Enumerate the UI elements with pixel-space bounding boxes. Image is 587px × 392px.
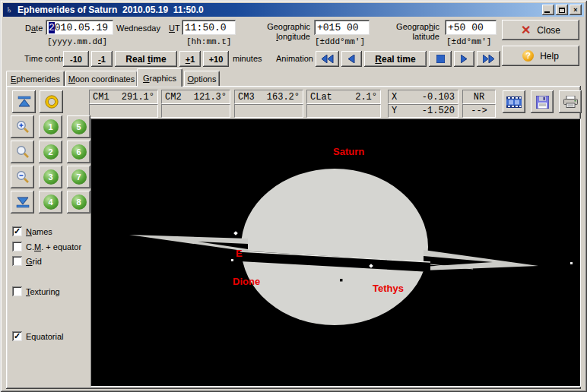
- enceladus-label: E: [236, 248, 243, 259]
- cm-equator-checkbox[interactable]: C.M. + equator: [12, 242, 81, 251]
- floppy-disk-icon: [536, 96, 549, 109]
- zoom-reset-button[interactable]: [11, 141, 34, 163]
- rings-toggle-button[interactable]: [40, 90, 63, 113]
- animation-play-button[interactable]: [454, 51, 474, 67]
- minimize-button[interactable]: [542, 5, 554, 15]
- close-x-icon: ✕: [521, 23, 531, 37]
- texturing-checkbox[interactable]: Texturing: [12, 286, 60, 296]
- moon-button-7[interactable]: 7: [67, 166, 90, 188]
- checkbox-box[interactable]: [12, 286, 22, 296]
- help-button[interactable]: ? Help: [502, 46, 579, 66]
- ut-label: UT: [169, 24, 180, 33]
- saturn-ring-icon: [45, 95, 59, 109]
- maximize-button[interactable]: [556, 5, 568, 15]
- latitude-format-hint: [±dd°mm']: [446, 37, 491, 46]
- zoom-in-button[interactable]: [11, 115, 34, 138]
- longitude-format-hint: [±ddd°mm']: [315, 37, 365, 46]
- print-button[interactable]: [559, 90, 582, 113]
- names-checkbox[interactable]: ✓ Names: [12, 226, 52, 236]
- grid-checkbox[interactable]: Grid: [12, 256, 42, 266]
- saturn-disk: [241, 169, 428, 325]
- dione-label: Dione: [233, 276, 260, 287]
- minutes-label: minutes: [233, 54, 262, 63]
- moon-button-4[interactable]: 4: [39, 191, 62, 213]
- ut-input[interactable]: 11:50.0: [182, 20, 236, 35]
- latitude-input[interactable]: +50 00: [445, 20, 497, 35]
- plus-1-button[interactable]: +1: [179, 51, 201, 67]
- animation-real-time-button[interactable]: Real time: [364, 51, 427, 67]
- animation-fast-forward-button[interactable]: [477, 51, 500, 67]
- tab-ephemerides[interactable]: Ephemerides: [6, 71, 65, 87]
- animation-fast-rewind-button[interactable]: [316, 51, 339, 67]
- checkbox-box[interactable]: [12, 242, 22, 251]
- moon-button-3[interactable]: 3: [39, 166, 62, 188]
- saturn-label: Saturn: [333, 146, 364, 157]
- clat-readout: CLat2.1°: [306, 90, 381, 118]
- time-real-time-button[interactable]: Real time: [115, 51, 177, 67]
- triangle-down-bar-icon: [16, 196, 30, 208]
- checkbox-box[interactable]: [12, 256, 22, 266]
- animation-rewind-button[interactable]: [341, 51, 362, 67]
- date-selection: 2: [49, 22, 55, 33]
- minimize-icon: [544, 11, 550, 13]
- play-icon: [461, 55, 468, 63]
- tethys-label: Tethys: [373, 283, 404, 294]
- equatorial-checkbox[interactable]: ✓ Equatorial: [12, 331, 64, 341]
- latitude-label: Geographiclatitude: [389, 22, 439, 42]
- minus-1-button[interactable]: -1: [91, 51, 113, 67]
- moon-button-1[interactable]: 1: [39, 115, 62, 138]
- checkbox-box[interactable]: ✓: [12, 331, 22, 341]
- fast-rewind-icon: [322, 55, 334, 63]
- tab-moon-coordinates[interactable]: Moon coordinates: [65, 71, 138, 87]
- fast-forward-icon: [483, 55, 495, 63]
- texturing-checkbox-label: Texturing: [26, 287, 60, 296]
- names-checkbox-label: Names: [26, 227, 52, 236]
- minus-10-button[interactable]: -10: [63, 51, 89, 67]
- saturn-view[interactable]: Saturn E Dione Tethys: [90, 119, 581, 387]
- moon-button-5[interactable]: 5: [67, 115, 90, 138]
- moon-dot: [570, 262, 573, 264]
- window-title: Ephemerides of Saturn 2010.05.19 11:50.0: [17, 5, 541, 15]
- close-window-button[interactable]: ×: [570, 5, 582, 15]
- rings-back-button[interactable]: [11, 191, 34, 213]
- moon-dot: [231, 259, 233, 261]
- tab-graphics[interactable]: Graphics: [137, 68, 182, 87]
- animation-label: Animation: [276, 54, 313, 63]
- zoom-out-icon: [16, 170, 30, 184]
- saturn-app-icon: ♄: [5, 5, 17, 15]
- titlebar[interactable]: ♄ Ephemerides of Saturn 2010.05.19 11:50…: [3, 3, 584, 17]
- date-format-hint: [yyyy.mm.dd]: [47, 37, 107, 46]
- cm1-readout: CM1291.1°: [89, 90, 158, 118]
- grid-checkbox-label: Grid: [26, 257, 42, 266]
- checkbox-box[interactable]: ✓: [12, 226, 22, 236]
- moon-button-2[interactable]: 2: [39, 141, 62, 163]
- cm-equator-checkbox-label: C.M. + equator: [26, 242, 81, 251]
- app-window: ♄ Ephemerides of Saturn 2010.05.19 11:50…: [0, 0, 587, 392]
- printer-icon: [563, 96, 578, 108]
- equatorial-checkbox-label: Equatorial: [26, 332, 64, 341]
- maximize-icon: [559, 8, 565, 13]
- rewind-icon: [348, 55, 355, 63]
- save-button[interactable]: [531, 90, 554, 113]
- close-button[interactable]: ✕ Close: [502, 20, 579, 40]
- cm3-readout: CM3163.2°: [234, 90, 303, 118]
- longitude-input[interactable]: +015 00: [314, 20, 370, 35]
- moon-button-8[interactable]: 8: [67, 191, 90, 213]
- cm2-readout: CM2121.3°: [161, 90, 230, 118]
- moon-button-6[interactable]: 6: [67, 141, 90, 163]
- tab-options[interactable]: Options: [184, 71, 220, 87]
- zoom-out-button[interactable]: [11, 166, 34, 188]
- zoom-in-icon: [16, 120, 30, 134]
- date-input[interactable]: 2010.05.19: [46, 20, 113, 35]
- help-question-icon: ?: [522, 50, 534, 62]
- rings-front-button[interactable]: [12, 90, 36, 113]
- animation-stop-button[interactable]: [429, 51, 452, 67]
- moon-transit-dot: [340, 279, 343, 282]
- ut-format-hint: [hh:mm.t]: [186, 37, 231, 46]
- movie-button[interactable]: [503, 90, 525, 113]
- stop-icon: [436, 55, 445, 63]
- nr-readout: NR -->: [462, 90, 496, 118]
- cursor-xy-readout: X-0.103 Y-1.520: [388, 90, 458, 118]
- plus-10-button[interactable]: +10: [203, 51, 229, 67]
- film-strip-icon: [506, 96, 522, 108]
